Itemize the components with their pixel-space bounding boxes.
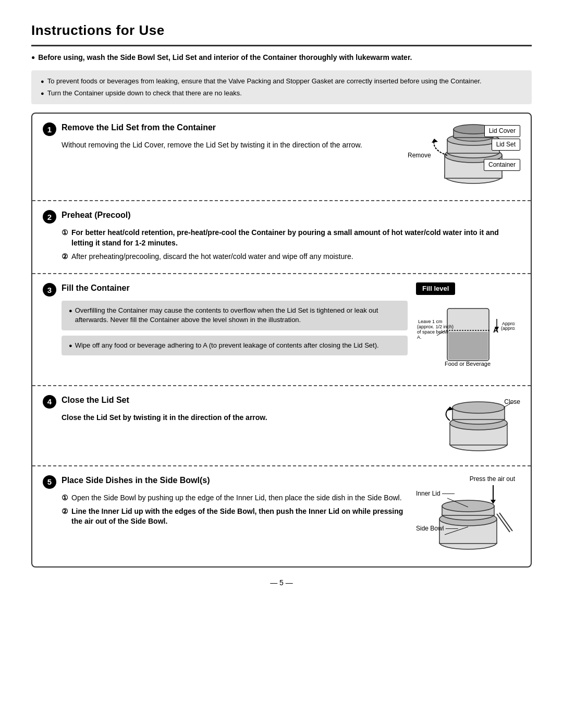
bullet-icon: ● [41,90,44,98]
notice-box: ● To prevent foods or beverages from lea… [31,70,532,104]
page-number: — 5 — [31,578,532,588]
step-1-number: 1 [43,122,56,136]
step-5-diagram: Press the air out Inner Lid —— Side Bowl… [416,475,520,558]
container-label: Container [484,159,520,171]
svg-text:Food or Beverage: Food or Beverage [445,361,491,367]
step-3-number: 3 [43,283,56,297]
step-5-header: 5 Place Side Dishes in the Side Bowl(s) [43,475,408,489]
lid-cover-label: Lid Cover [484,125,520,137]
close-label: Close [504,398,520,406]
step-3-title: Fill the Container [62,282,130,294]
step-4-body: Close the Lid Set by twisting it in the … [43,413,429,423]
svg-line-44 [499,513,512,531]
press-air-label: Press the air out [470,475,515,484]
step-3: 3 Fill the Container ● Overfilling the C… [32,274,531,386]
step-2-item-2: ② After preheating/precooling, discard t… [62,252,520,262]
remove-label: Remove [408,151,431,160]
svg-marker-9 [432,139,438,143]
svg-point-32 [452,402,505,413]
svg-text:(approx. 1/2 inch): (approx. 1/2 inch) [417,324,454,329]
inner-lid-label: Inner Lid —— [416,489,455,498]
steps-box: 1 Remove the Lid Set from the Container … [31,113,532,567]
step-3-grey-box-1: ● Overfilling the Container may cause th… [62,301,408,330]
step-5-item-2: ② Line the Inner Lid up with the edges o… [62,507,408,527]
title-divider [31,45,532,46]
fill-level-badge: Fill level [416,282,520,298]
step-4-number: 4 [43,395,56,409]
intro-bold-line: Before using, wash the Side Bowl Set, Li… [31,53,532,63]
step-5-item-1: ① Open the Side Bowl by pushing up the e… [62,493,408,503]
svg-text:A.: A. [417,335,422,340]
page-title: Instructions for Use [31,21,532,40]
step-1-body: Without removing the Lid Cover, remove t… [43,140,406,151]
svg-rect-14 [448,332,488,360]
svg-point-40 [442,500,494,512]
step-3-grey-box-2: ● Wipe off any food or beverage adhering… [62,336,408,355]
lid-set-label: Lid Set [492,139,520,151]
step-5-title: Place Side Dishes in the Side Bowl(s) [62,475,210,486]
step-1-header: 1 Remove the Lid Set from the Container [43,122,406,136]
step-2-title: Preheat (Precool) [62,209,130,221]
step-1: 1 Remove the Lid Set from the Container … [32,114,531,201]
step-1-diagram: Lid Cover Lid Set Container Remove [406,124,520,192]
step-3-header: 3 Fill the Container [43,282,408,297]
svg-line-43 [497,514,510,532]
step-5: 5 Place Side Dishes in the Side Bowl(s) … [32,466,531,566]
step-4-diagram: Close [437,394,520,457]
step-5-number: 5 [43,475,56,489]
step-2-header: 2 Preheat (Precool) [43,209,520,224]
svg-text:of space below: of space below [417,329,449,335]
side-bowl-label: Side Bowl —— [416,524,458,533]
bullet-icon: ● [41,78,44,86]
notice-item-2: ● Turn the Container upside down to chec… [41,89,522,98]
step-2-number: 2 [43,210,56,224]
svg-text:(approx. 1/2 inch): (approx. 1/2 inch) [501,326,515,331]
step-3-diagram: Fill level A [416,282,520,377]
notice-item-1: ● To prevent foods or beverages from lea… [41,77,522,86]
step-5-svg [416,475,520,558]
step-2-item-1: ① For better heat/cold retention, pre-he… [62,228,520,248]
step-2-items: ① For better heat/cold retention, pre-he… [43,228,520,262]
step-4-title: Close the Lid Set [62,394,129,406]
step-2: 2 Preheat (Precool) ① For better heat/co… [32,201,531,274]
svg-text:Leave 1 cm: Leave 1 cm [418,319,443,324]
step-4-header: 4 Close the Lid Set [43,394,429,409]
step-3-svg: A Leave 1 cm (approx. 1/2 inch) of space… [416,298,515,374]
step-5-items: ① Open the Side Bowl by pushing up the e… [43,493,408,527]
step-1-title: Remove the Lid Set from the Container [62,122,216,133]
step-4: 4 Close the Lid Set Close the Lid Set by… [32,386,531,466]
